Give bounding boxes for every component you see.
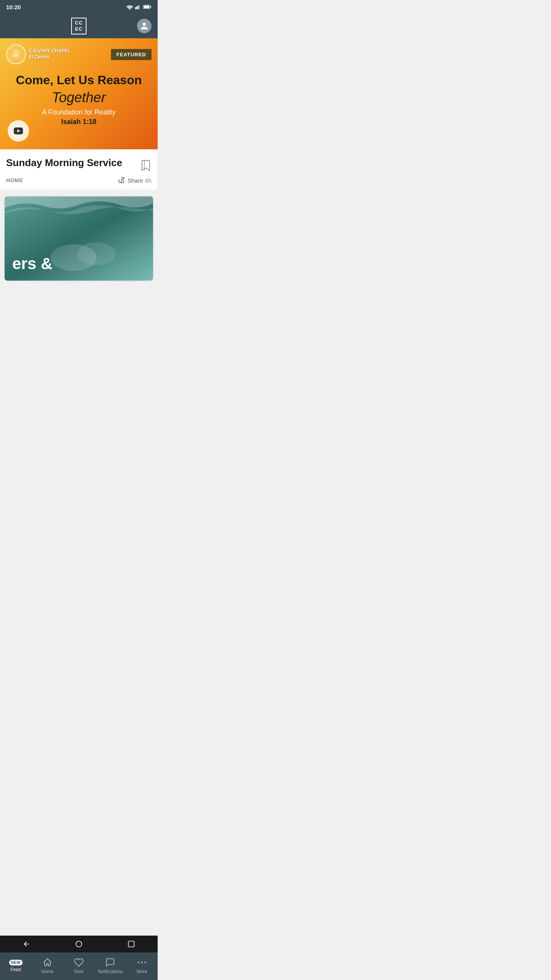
- post-title: Sunday Morning Service: [6, 157, 140, 169]
- profile-button[interactable]: [137, 19, 152, 33]
- status-icons: [126, 4, 152, 10]
- svg-rect-0: [135, 7, 136, 9]
- card-image: ers &: [5, 196, 153, 281]
- app-logo: CC EC: [71, 18, 87, 34]
- svg-rect-2: [138, 6, 139, 9]
- svg-point-7: [15, 52, 16, 53]
- content-area: Sunday Morning Service HOME Share: [0, 149, 158, 190]
- church-logo: [6, 44, 26, 64]
- card-item[interactable]: ers &: [5, 196, 153, 281]
- post-actions: Share 8h: [118, 177, 152, 184]
- share-button[interactable]: Share: [118, 177, 143, 184]
- cards-section: ers &: [0, 190, 158, 287]
- dove-icon: [10, 48, 22, 60]
- church-name: CALVARY CHAPEL El Centro: [29, 48, 70, 60]
- main-content: CALVARY CHAPEL El Centro FEATURED Come, …: [0, 38, 158, 331]
- status-bar: 10:20: [0, 0, 158, 14]
- card-image-overlay: ers &: [5, 247, 153, 281]
- featured-banner[interactable]: CALVARY CHAPEL El Centro FEATURED Come, …: [0, 38, 158, 149]
- svg-rect-5: [150, 6, 151, 8]
- svg-rect-6: [143, 6, 149, 8]
- post-time: 8h: [145, 177, 152, 184]
- play-icon: [14, 126, 23, 136]
- app-header: CC EC: [0, 14, 158, 38]
- banner-subtitle: A Foundation for Reality: [6, 108, 152, 116]
- bookmark-icon: [141, 160, 150, 171]
- battery-icon: [143, 5, 152, 9]
- status-time: 10:20: [6, 4, 21, 10]
- banner-overlay: CALVARY CHAPEL El Centro FEATURED Come, …: [0, 38, 158, 149]
- post-header: Sunday Morning Service: [0, 149, 158, 177]
- share-icon: [118, 177, 126, 184]
- banner-title-line2: Together: [6, 90, 152, 105]
- banner-verse: Isaiah 1:18: [6, 118, 152, 126]
- svg-rect-3: [139, 5, 140, 9]
- featured-badge: FEATURED: [111, 49, 152, 60]
- profile-icon: [140, 22, 148, 30]
- church-info: CALVARY CHAPEL El Centro: [6, 44, 70, 64]
- share-label: Share: [127, 177, 143, 184]
- banner-top: CALVARY CHAPEL El Centro FEATURED: [6, 44, 152, 64]
- signal-icon: [135, 4, 141, 10]
- post-category: HOME: [6, 177, 23, 183]
- bookmark-button[interactable]: [140, 158, 152, 172]
- wifi-icon: [126, 4, 133, 10]
- svg-rect-1: [136, 7, 137, 9]
- card-image-text: ers &: [12, 255, 145, 273]
- banner-title-line1: Come, Let Us Reason: [6, 74, 152, 87]
- post-meta: HOME Share 8h: [0, 177, 158, 190]
- play-button[interactable]: [8, 120, 29, 142]
